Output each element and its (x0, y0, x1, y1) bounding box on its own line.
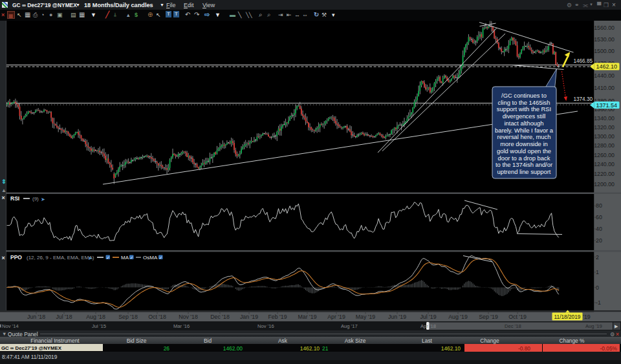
svg-text:Sep '18: Sep '18 (118, 314, 138, 320)
svg-text:May '19: May '19 (356, 314, 376, 320)
svg-text:door to a drop back: door to a drop back (498, 155, 550, 162)
svg-text:20: 20 (596, 237, 602, 244)
svg-text:Jul '19: Jul '19 (420, 314, 436, 320)
svg-text:barely. While I favor a: barely. While I favor a (495, 127, 554, 134)
svg-text:2: 2 (596, 254, 599, 261)
svg-text:1462.10: 1462.10 (596, 63, 618, 70)
svg-text:/GC continues to: /GC continues to (501, 92, 547, 99)
svg-text:1300.00: 1300.00 (594, 133, 615, 140)
svg-text:✓: ✓ (159, 255, 162, 260)
svg-text:➤: ➤ (41, 197, 45, 202)
svg-text:1371.54: 1371.54 (596, 102, 618, 109)
svg-text:-1: -1 (596, 299, 601, 306)
svg-text:Feb '19: Feb '19 (268, 314, 287, 320)
svg-text:RSI: RSI (10, 195, 19, 202)
svg-text:Apr ’18: Apr ’18 (420, 323, 436, 329)
svg-text:1374.30: 1374.30 (573, 96, 593, 102)
svg-text:reversal here, much: reversal here, much (497, 133, 551, 140)
svg-text:Apr '19: Apr '19 (327, 314, 345, 320)
svg-text:×: × (2, 195, 5, 201)
svg-text:40: 40 (596, 226, 602, 232)
svg-text:▲: ▲ (1, 187, 6, 193)
svg-text:60: 60 (596, 214, 602, 220)
svg-text:Aug ’17: Aug ’17 (341, 323, 358, 329)
svg-text:Mar '19: Mar '19 (298, 314, 316, 320)
svg-text:Oct '18: Oct '18 (148, 314, 166, 320)
svg-text:Mar ’16: Mar ’16 (173, 323, 190, 329)
svg-text:intact although: intact although (505, 120, 544, 127)
svg-text:Oct '19: Oct '19 (508, 314, 527, 320)
svg-text:divergences still: divergences still (503, 112, 546, 120)
svg-text:Nov ’16: Nov ’16 (257, 323, 274, 329)
svg-text:✓: ✓ (130, 255, 133, 260)
svg-text:1340.00: 1340.00 (594, 115, 615, 122)
svg-text:1280.00: 1280.00 (594, 142, 615, 149)
svg-text:cling to the 1465ish: cling to the 1465ish (498, 99, 550, 106)
svg-text:1260.00: 1260.00 (594, 152, 615, 158)
svg-text:Jul '18: Jul '18 (56, 314, 72, 320)
svg-text:Dec '18: Dec '18 (210, 314, 230, 320)
svg-text:Aug ’19: Aug ’19 (585, 323, 602, 329)
svg-text:Sep '19: Sep '19 (479, 314, 498, 320)
svg-text:×: × (2, 255, 5, 261)
svg-text:more downside in: more downside in (500, 140, 547, 147)
svg-text:Nov '18: Nov '18 (179, 314, 198, 320)
svg-text:Jul ’15: Jul ’15 (92, 323, 106, 329)
svg-text:1200.00: 1200.00 (594, 181, 615, 187)
svg-text:uptrend line support: uptrend line support (497, 168, 551, 175)
svg-text:gold would open the: gold would open the (497, 147, 551, 155)
svg-text:11/18/2019: 11/18/2019 (554, 314, 581, 320)
svg-text:(12, 26, 9 - EMA, EMA, EMA): (12, 26, 9 - EMA, EMA, EMA) (27, 255, 94, 261)
svg-text:Jun '18: Jun '18 (27, 314, 45, 320)
svg-text:⇕: ⇕ (1, 178, 6, 185)
svg-text:’19: ’19 (583, 314, 591, 320)
svg-text:MA: MA (121, 255, 129, 261)
svg-text:Nov ’14: Nov ’14 (2, 323, 19, 329)
svg-text:1: 1 (596, 269, 599, 275)
svg-text:1500.00: 1500.00 (594, 48, 615, 54)
svg-text:1410.00: 1410.00 (594, 85, 615, 91)
svg-text:1560.00: 1560.00 (594, 25, 615, 31)
svg-text:Aug '18: Aug '18 (86, 314, 105, 320)
svg-text:Aug '19: Aug '19 (448, 314, 468, 320)
svg-text:▶: ▶ (615, 324, 618, 328)
svg-text:Jan '19: Jan '19 (240, 314, 258, 320)
svg-text:80: 80 (596, 202, 602, 209)
svg-text:1220.00: 1220.00 (594, 171, 615, 177)
svg-text:OsMA: OsMA (143, 255, 158, 261)
svg-text:✓: ✓ (106, 255, 109, 260)
svg-text:(9): (9) (32, 196, 39, 202)
svg-text:1466.85: 1466.85 (573, 58, 593, 64)
svg-text:1440.00: 1440.00 (594, 72, 615, 79)
svg-text:1320.00: 1320.00 (594, 124, 615, 131)
svg-text:Jun '19: Jun '19 (388, 314, 406, 320)
svg-text:0: 0 (596, 284, 599, 291)
svg-text:support with the RSI: support with the RSI (497, 105, 551, 112)
svg-text:➤: ➤ (88, 255, 93, 261)
svg-text:1240.00: 1240.00 (594, 161, 615, 167)
svg-text:Dec ’18: Dec ’18 (505, 323, 521, 329)
svg-text:PPO: PPO (10, 254, 22, 261)
svg-text:1530.00: 1530.00 (594, 36, 615, 43)
svg-text:to the 1374ish and/or: to the 1374ish and/or (496, 161, 552, 168)
